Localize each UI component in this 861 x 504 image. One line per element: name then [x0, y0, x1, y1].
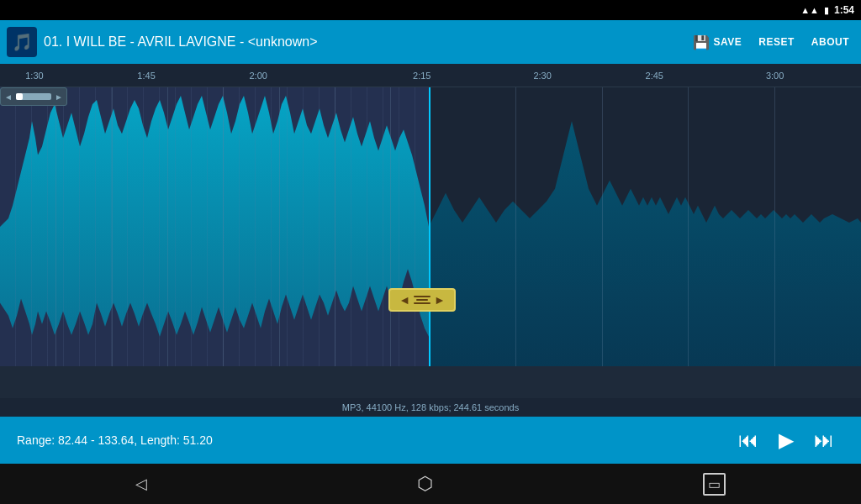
- waveform-selected: [0, 87, 429, 366]
- save-icon: 💾: [693, 34, 710, 50]
- handle-grip: [414, 296, 430, 304]
- timeline-label-215: 2:15: [413, 71, 430, 81]
- battery-icon: ▮: [824, 5, 829, 16]
- status-time: 1:54: [834, 4, 854, 16]
- timeline-label-230: 2:30: [533, 71, 551, 81]
- android-nav-bar: ◁ ⬡ ▭: [0, 464, 861, 504]
- waveform-unselected: [429, 87, 861, 366]
- drag-handle[interactable]: ◄ ►: [388, 288, 456, 312]
- grid-line: [112, 87, 113, 366]
- timeline-ruler: 1:30 1:45 2:00 2:15 2:30 2:45 3:00: [0, 64, 861, 87]
- rewind-button[interactable]: ⏮: [728, 430, 769, 450]
- handle-line-1: [414, 296, 430, 297]
- forward-button[interactable]: ⏭: [804, 430, 844, 450]
- grid-line: [55, 87, 56, 366]
- top-bar: 🎵 01. I WILL BE - AVRIL LAVIGNE - <unkno…: [0, 20, 861, 64]
- grid-line: [774, 87, 775, 366]
- grid-line: [335, 87, 335, 366]
- bottom-controls: Range: 82.44 - 133.64, Length: 51.20 ⏮ ▶…: [0, 417, 861, 464]
- handle-line-2: [416, 299, 428, 301]
- play-button[interactable]: ▶: [769, 430, 804, 450]
- grid-line: [390, 87, 391, 366]
- waveform-area[interactable]: ◄ ►: [0, 87, 861, 366]
- scroll-track: [16, 93, 51, 100]
- back-button[interactable]: ◁: [135, 475, 147, 493]
- status-bar: ▲▲ ▮ 1:54: [0, 0, 861, 20]
- mini-scroll[interactable]: ◄ ►: [0, 87, 67, 106]
- handle-line-3: [414, 302, 430, 304]
- left-arrow-icon: ◄: [399, 293, 410, 307]
- grid-line: [167, 87, 168, 366]
- timeline-label-130: 1:30: [25, 71, 43, 81]
- file-info-bar: MP3, 44100 Hz, 128 kbps; 244.61 seconds: [0, 398, 861, 417]
- scroll-thumb: [16, 93, 23, 100]
- grid-line: [602, 87, 603, 366]
- home-button[interactable]: ⬡: [417, 473, 433, 495]
- file-info-text: MP3, 44100 Hz, 128 kbps; 244.61 seconds: [342, 402, 519, 412]
- timeline-label-300: 3:00: [766, 71, 784, 81]
- selection-boundary: [429, 87, 430, 366]
- grid-line: [279, 87, 280, 366]
- grid-line: [688, 87, 689, 366]
- timeline-label-245: 2:45: [646, 71, 663, 81]
- about-button[interactable]: ABOUT: [806, 33, 854, 51]
- right-arrow-icon: ►: [434, 293, 446, 307]
- app-icon: 🎵: [7, 27, 37, 57]
- reset-button[interactable]: RESET: [753, 33, 800, 51]
- grid-line: [223, 87, 224, 366]
- timeline-label-145: 1:45: [137, 71, 155, 81]
- wifi-icon: ▲▲: [800, 5, 819, 15]
- save-button[interactable]: 💾 SAVE: [688, 31, 747, 54]
- track-title: 01. I WILL BE - AVRIL LAVIGNE - <unknown…: [44, 34, 681, 50]
- timeline-label-200: 2:00: [249, 71, 267, 81]
- grid-line: [515, 87, 516, 366]
- recents-button[interactable]: ▭: [703, 473, 726, 496]
- range-info: Range: 82.44 - 133.64, Length: 51.20: [17, 433, 728, 447]
- waveform-container: 1:30 1:45 2:00 2:15 2:30 2:45 3:00 ◄ ►: [0, 64, 861, 417]
